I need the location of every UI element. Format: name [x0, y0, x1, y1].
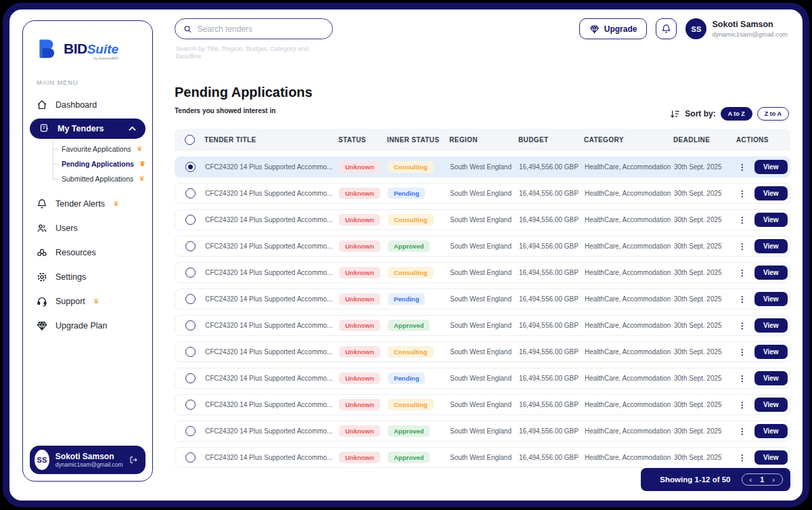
row-radio[interactable] — [185, 452, 196, 463]
table-row[interactable]: CFC24320 14 Plus Supported Accommo... Un… — [175, 394, 790, 415]
col-inner-status: INNER STATUS — [387, 136, 449, 144]
sidebar-item-upgrade-plan[interactable]: Upgrade Plan — [23, 314, 152, 338]
row-radio[interactable] — [185, 215, 196, 225]
deadline-cell: 30th Sept. 2025 — [674, 401, 737, 408]
row-radio[interactable] — [185, 400, 196, 410]
deadline-cell: 30th Sept. 2025 — [674, 348, 737, 356]
notifications-button[interactable] — [656, 18, 677, 39]
search-box[interactable] — [175, 18, 333, 39]
row-menu-icon[interactable]: ⋮ — [737, 427, 748, 436]
category-cell: HealthCare, Accommodation — [585, 427, 674, 435]
view-button[interactable]: View — [754, 371, 788, 385]
row-menu-icon[interactable]: ⋮ — [737, 374, 748, 383]
category-cell: HealthCare, Accommodation — [585, 454, 674, 461]
row-radio[interactable] — [185, 426, 196, 436]
inner-status-badge: Consulting — [388, 267, 434, 278]
gem-icon — [589, 24, 600, 34]
tender-title-cell: CFC24320 14 Plus Supported Accommo... — [205, 269, 339, 276]
sidebar-item-label: My Tenders — [58, 124, 104, 133]
view-button[interactable]: View — [754, 186, 788, 200]
row-radio[interactable] — [185, 162, 196, 172]
row-menu-icon[interactable]: ⋮ — [737, 453, 748, 463]
col-budget: BUDGET — [518, 136, 584, 144]
view-button[interactable]: View — [754, 398, 788, 412]
view-button[interactable]: View — [754, 345, 788, 359]
sidebar-subitem-pending-applications[interactable]: Pending Applications ♛ — [53, 156, 152, 171]
users-icon — [37, 223, 47, 234]
home-icon — [37, 100, 47, 110]
table-row[interactable]: CFC24320 14 Plus Supported Accommo... Un… — [175, 156, 790, 177]
view-button[interactable]: View — [754, 160, 788, 174]
status-badge: Unknown — [339, 267, 380, 278]
row-menu-icon[interactable]: ⋮ — [737, 321, 748, 331]
user-email: dynamic1sam@gmail.com — [55, 461, 123, 468]
row-menu-icon[interactable]: ⋮ — [737, 189, 748, 198]
row-menu-icon[interactable]: ⋮ — [737, 163, 748, 172]
view-button[interactable]: View — [754, 424, 788, 438]
search-input[interactable] — [198, 24, 324, 34]
view-button[interactable]: View — [754, 450, 788, 465]
inner-status-badge: Approved — [388, 240, 430, 252]
view-button[interactable]: View — [754, 292, 788, 306]
table-row[interactable]: CFC24320 14 Plus Supported Accommo... Un… — [175, 289, 790, 310]
profile-menu[interactable]: SS Sokoti Samson dynamic1sam@gmail.com — [685, 18, 788, 39]
row-radio[interactable] — [185, 268, 196, 278]
sort-asc-button[interactable]: A to Z — [721, 107, 752, 121]
sidebar-item-users[interactable]: Users — [23, 216, 152, 240]
row-menu-icon[interactable]: ⋮ — [737, 295, 748, 304]
view-button[interactable]: View — [754, 265, 788, 280]
budget-cell: 16,494,556.00 GBP — [519, 295, 585, 303]
sidebar-subitem-favourite-applications[interactable]: Favourite Applications ♛ — [53, 142, 152, 156]
region-cell: South West England — [450, 269, 519, 276]
bell-icon — [37, 198, 47, 209]
row-menu-icon[interactable]: ⋮ — [737, 400, 748, 410]
premium-crown-icon: ♛ — [139, 175, 145, 182]
logo-b-icon — [37, 37, 61, 60]
sidebar-item-resources[interactable]: Resources — [23, 240, 152, 265]
row-radio[interactable] — [185, 241, 196, 251]
region-cell: South West England — [450, 375, 519, 382]
select-all-radio[interactable] — [185, 135, 195, 145]
logout-icon[interactable] — [129, 454, 137, 465]
table-row[interactable]: CFC24320 14 Plus Supported Accommo... Un… — [175, 447, 790, 468]
sidebar-item-support[interactable]: Support ♛ — [23, 289, 152, 314]
row-menu-icon[interactable]: ⋮ — [737, 347, 748, 357]
sidebar-item-dashboard[interactable]: Dashboard — [23, 93, 152, 117]
upgrade-button[interactable]: Upgrade — [579, 18, 648, 39]
table-row[interactable]: CFC24320 14 Plus Supported Accommo... Un… — [175, 262, 790, 283]
pager: ‹ 1 › — [742, 473, 783, 486]
subitem-label: Pending Applications — [62, 160, 134, 168]
sort-desc-button[interactable]: Z to A — [757, 107, 789, 121]
table-row[interactable]: CFC24320 14 Plus Supported Accommo... Un… — [175, 421, 790, 442]
view-button[interactable]: View — [754, 239, 788, 253]
sidebar-subitem-submitted-applications[interactable]: Submitted Applications ♛ — [53, 171, 152, 186]
row-radio[interactable] — [185, 320, 196, 331]
row-radio[interactable] — [185, 373, 196, 383]
row-radio[interactable] — [185, 294, 196, 304]
current-page[interactable]: 1 — [760, 475, 764, 484]
prev-page-icon[interactable]: ‹ — [750, 475, 752, 484]
row-menu-icon[interactable]: ⋮ — [737, 268, 748, 278]
sidebar-item-label: Tender Alerts — [55, 199, 105, 209]
region-cell: South West England — [450, 216, 519, 224]
tender-title-cell: CFC24320 14 Plus Supported Accommo... — [205, 216, 339, 224]
table-row[interactable]: CFC24320 14 Plus Supported Accommo... Un… — [175, 315, 790, 336]
table-row[interactable]: CFC24320 14 Plus Supported Accommo... Un… — [175, 236, 790, 257]
table-row[interactable]: CFC24320 14 Plus Supported Accommo... Un… — [175, 368, 790, 389]
table-row[interactable]: CFC24320 14 Plus Supported Accommo... Un… — [175, 341, 790, 362]
table-row[interactable]: CFC24320 14 Plus Supported Accommo... Un… — [175, 209, 790, 230]
table-row[interactable]: CFC24320 14 Plus Supported Accommo... Un… — [175, 183, 790, 204]
sidebar-nav: Dashboard My Tenders Favourite Applicati… — [23, 93, 152, 338]
sidebar-item-tender-alerts[interactable]: Tender Alerts ♛ — [23, 192, 152, 216]
subitem-label: Favourite Applications — [62, 145, 131, 153]
sidebar-item-settings[interactable]: Settings — [23, 265, 152, 289]
next-page-icon[interactable]: › — [772, 475, 775, 484]
view-button[interactable]: View — [754, 213, 788, 227]
sidebar-item-my-tenders[interactable]: My Tenders — [30, 119, 145, 139]
row-menu-icon[interactable]: ⋮ — [737, 215, 748, 225]
view-button[interactable]: View — [754, 318, 788, 333]
sidebar-user-card[interactable]: SS Sokoti Samson dynamic1sam@gmail.com — [30, 446, 145, 474]
row-radio[interactable] — [185, 188, 196, 198]
row-radio[interactable] — [185, 347, 196, 357]
row-menu-icon[interactable]: ⋮ — [737, 242, 748, 251]
